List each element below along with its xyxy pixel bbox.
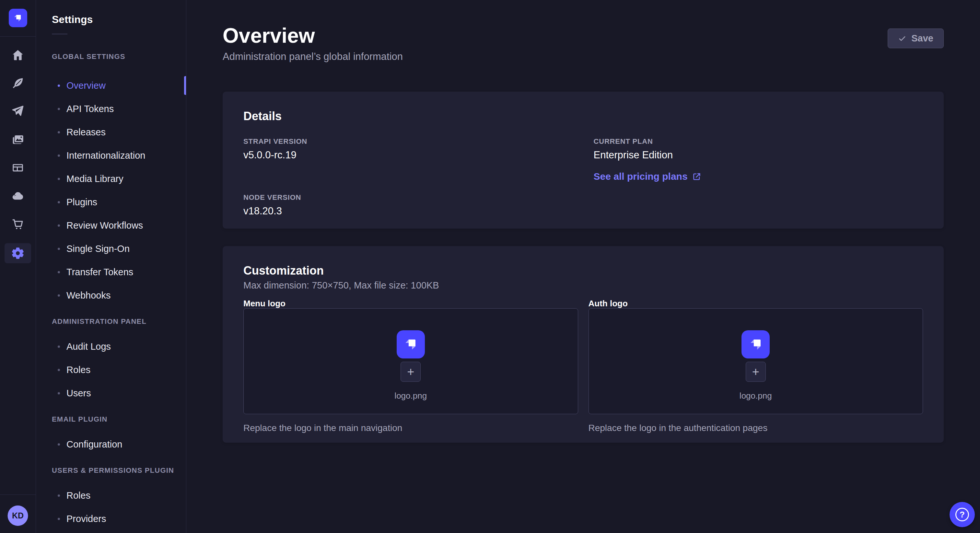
user-avatar[interactable]: KD — [8, 506, 28, 526]
settings-icon[interactable] — [5, 243, 31, 263]
strapi-mark-icon — [402, 336, 419, 352]
main-content: Overview Administration panel’s global i… — [186, 0, 980, 533]
check-icon — [898, 34, 907, 43]
field-current-plan: CURRENT PLAN Enterprise Edition See all … — [594, 138, 923, 182]
sidebar-item-admin-roles[interactable]: Roles — [52, 358, 186, 381]
customization-constraints: Max dimension: 750×750, Max file size: 1… — [243, 280, 923, 291]
page-header: Overview Administration panel’s global i… — [223, 25, 944, 62]
menu-logo-filename: logo.png — [395, 391, 427, 401]
bullet-icon — [58, 201, 60, 203]
main-nav-rail: KD — [0, 0, 36, 533]
bullet-icon — [58, 178, 60, 180]
bullet-icon — [58, 495, 60, 497]
bullet-icon — [58, 369, 60, 371]
section-header: GLOBAL SETTINGS — [52, 52, 186, 61]
logo-uploads: Menu logo + logo.png Replace the logo in… — [243, 298, 923, 434]
auth-logo-dropzone[interactable]: + logo.png — [589, 308, 923, 414]
bullet-icon — [58, 346, 60, 348]
auth-logo-filename: logo.png — [740, 391, 772, 401]
section-header: USERS & PERMISSIONS PLUGIN — [52, 466, 186, 475]
bullet-icon — [58, 392, 60, 394]
pricing-plans-link[interactable]: See all pricing plans — [594, 171, 701, 182]
bullet-icon — [58, 84, 60, 87]
auth-logo-caption: Replace the logo in the authentication p… — [589, 423, 923, 434]
sidebar-item-up-providers[interactable]: Providers — [52, 507, 186, 530]
marketplace-icon[interactable] — [8, 215, 28, 233]
content-type-builder-icon[interactable] — [8, 74, 28, 92]
menu-logo-label: Menu logo — [243, 298, 578, 308]
sidebar-item-releases[interactable]: Releases — [52, 121, 186, 144]
media-library-icon[interactable] — [8, 130, 28, 149]
menu-logo-dropzone[interactable]: + logo.png — [243, 308, 578, 414]
help-button[interactable]: ? — [950, 502, 975, 527]
strapi-admin-window: KD Settings GLOBAL SETTINGS Overview API… — [0, 0, 980, 533]
strapi-mark-icon — [748, 336, 764, 352]
avatar-initials: KD — [12, 511, 24, 520]
customization-card: Customization Max dimension: 750×750, Ma… — [223, 246, 944, 443]
home-icon[interactable] — [8, 46, 28, 64]
page-subtitle: Administration panel’s global informatio… — [223, 51, 403, 62]
field-node-version: NODE VERSION v18.20.3 — [243, 194, 573, 217]
section-header: ADMINISTRATION PANEL — [52, 317, 186, 326]
external-link-icon — [692, 172, 701, 181]
menu-logo-add-button[interactable]: + — [401, 362, 421, 382]
strapi-mark-icon — [12, 13, 23, 23]
details-card-title: Details — [243, 110, 923, 123]
bullet-icon — [58, 271, 60, 273]
auth-logo-field: Auth logo + logo.png Replace the logo in… — [589, 298, 923, 434]
subnav-title: Settings — [52, 13, 186, 26]
bullet-icon — [58, 154, 60, 157]
help-icon: ? — [955, 508, 969, 521]
sidebar-item-media-library[interactable]: Media Library — [52, 167, 186, 190]
auth-logo-label: Auth logo — [589, 298, 923, 308]
bullet-icon — [58, 108, 60, 110]
sidebar-item-api-tokens[interactable]: API Tokens — [52, 97, 186, 121]
sidebar-item-admin-users[interactable]: Users — [52, 381, 186, 405]
sidebar-item-review-workflows[interactable]: Review Workflows — [52, 214, 186, 237]
menu-logo-field: Menu logo + logo.png Replace the logo in… — [243, 298, 578, 434]
section-email-plugin: EMAIL PLUGIN Configuration — [52, 415, 186, 456]
content-manager-icon[interactable] — [8, 159, 28, 177]
bullet-icon — [58, 518, 60, 520]
strapi-logo-icon[interactable] — [9, 9, 27, 27]
rail-divider — [0, 36, 36, 36]
sidebar-item-plugins[interactable]: Plugins — [52, 190, 186, 214]
section-global-settings: GLOBAL SETTINGS Overview API Tokens Rele… — [52, 52, 186, 307]
settings-subnav: Settings GLOBAL SETTINGS Overview API To… — [36, 0, 186, 533]
plus-icon: + — [407, 366, 414, 378]
auth-logo-preview — [741, 330, 770, 359]
releases-icon[interactable] — [8, 102, 28, 121]
menu-logo-preview — [397, 330, 425, 359]
details-card: Details STRAPI VERSION v5.0.0-rc.19 CURR… — [223, 92, 944, 228]
bullet-icon — [58, 131, 60, 133]
sidebar-item-email-configuration[interactable]: Configuration — [52, 433, 186, 456]
sidebar-item-transfer-tokens[interactable]: Transfer Tokens — [52, 260, 186, 284]
menu-logo-caption: Replace the logo in the main navigation — [243, 423, 578, 434]
rail-icon-list — [5, 46, 31, 263]
bullet-icon — [58, 294, 60, 297]
page-title: Overview — [223, 25, 403, 47]
sidebar-item-overview[interactable]: Overview — [52, 74, 186, 97]
bullet-icon — [58, 248, 60, 250]
save-button[interactable]: Save — [888, 29, 944, 48]
sidebar-item-up-roles[interactable]: Roles — [52, 484, 186, 507]
details-grid: STRAPI VERSION v5.0.0-rc.19 CURRENT PLAN… — [243, 138, 923, 217]
bullet-icon — [58, 443, 60, 446]
section-administration-panel: ADMINISTRATION PANEL Audit Logs Roles Us… — [52, 317, 186, 405]
sidebar-item-internationalization[interactable]: Internationalization — [52, 144, 186, 167]
sidebar-item-single-sign-on[interactable]: Single Sign-On — [52, 237, 186, 260]
field-strapi-version: STRAPI VERSION v5.0.0-rc.19 — [243, 138, 573, 182]
section-header: EMAIL PLUGIN — [52, 415, 186, 424]
auth-logo-add-button[interactable]: + — [746, 362, 766, 382]
details-grid-spacer — [594, 194, 923, 217]
customization-card-title: Customization — [243, 264, 923, 277]
plus-icon: + — [752, 366, 759, 378]
page-header-text: Overview Administration panel’s global i… — [223, 25, 403, 62]
bullet-icon — [58, 224, 60, 227]
sidebar-item-audit-logs[interactable]: Audit Logs — [52, 335, 186, 358]
cloud-icon[interactable] — [8, 187, 28, 205]
subnav-title-divider — [52, 34, 67, 34]
sidebar-item-webhooks[interactable]: Webhooks — [52, 284, 186, 307]
section-users-permissions-plugin: USERS & PERMISSIONS PLUGIN Roles Provide… — [52, 466, 186, 530]
